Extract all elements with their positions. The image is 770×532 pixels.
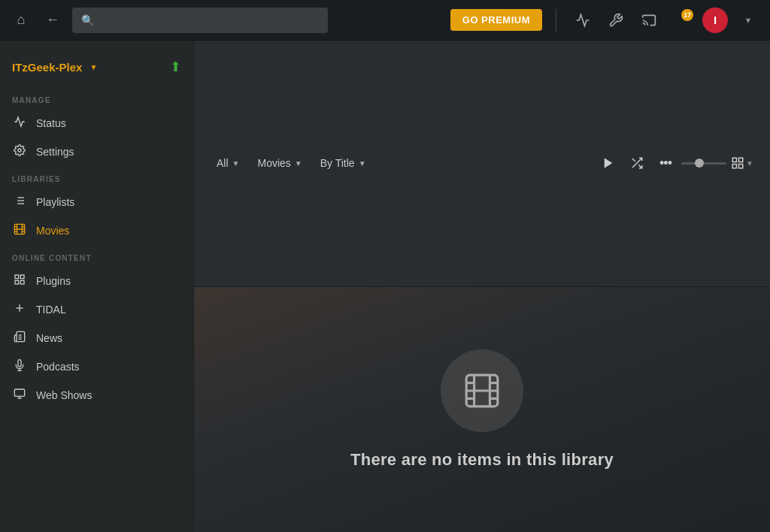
notification-button[interactable]: 17 bbox=[669, 8, 695, 33]
list-icon bbox=[12, 195, 27, 210]
sidebar-item-label: TIDAL bbox=[36, 304, 66, 316]
gear-icon bbox=[12, 144, 27, 159]
search-bar: 🔍 bbox=[72, 8, 328, 33]
all-chevron-icon: ▼ bbox=[232, 159, 240, 168]
main-wrapper: All ▼ Movies ▼ By Title ▼ bbox=[194, 41, 770, 532]
wrench-icon bbox=[608, 13, 623, 28]
toolbar: All ▼ Movies ▼ By Title ▼ bbox=[194, 41, 770, 287]
svg-rect-17 bbox=[20, 275, 24, 279]
movies-chevron-icon: ▼ bbox=[295, 159, 302, 168]
film-icon bbox=[12, 223, 27, 238]
all-filter-label: All bbox=[217, 157, 229, 169]
svg-rect-18 bbox=[20, 280, 24, 284]
slider-track[interactable] bbox=[681, 162, 726, 165]
sidebar-item-label: News bbox=[36, 332, 62, 344]
grid-view-button[interactable]: ▼ bbox=[729, 150, 755, 176]
sidebar-item-status[interactable]: Status bbox=[0, 109, 193, 138]
search-input[interactable] bbox=[100, 14, 319, 26]
online-content-section-label: ONLINE CONTENT bbox=[0, 245, 193, 267]
main-content: There are no items in this library bbox=[194, 287, 770, 533]
manage-section-label: MANAGE bbox=[0, 87, 193, 109]
settings-button[interactable] bbox=[603, 8, 629, 33]
sidebar-item-playlists[interactable]: Playlists bbox=[0, 188, 193, 216]
slider-thumb[interactable] bbox=[695, 159, 704, 168]
search-icon: 🔍 bbox=[81, 14, 94, 26]
svg-rect-19 bbox=[15, 280, 19, 284]
server-chevron-icon: ▼ bbox=[89, 63, 97, 71]
sidebar-item-label: Plugins bbox=[36, 275, 71, 287]
shuffle-icon bbox=[630, 156, 644, 170]
sidebar-item-label: Movies bbox=[36, 225, 69, 237]
grid-view-icon bbox=[731, 156, 744, 170]
play-button[interactable] bbox=[596, 150, 621, 176]
shuffle-button[interactable] bbox=[624, 150, 650, 176]
sidebar-item-webshows[interactable]: Web Shows bbox=[0, 381, 193, 410]
nav-divider bbox=[556, 9, 556, 32]
svg-rect-35 bbox=[739, 159, 743, 162]
go-premium-button[interactable]: GO PREMIUM bbox=[450, 9, 542, 31]
movies-filter-label: Movies bbox=[257, 157, 290, 169]
sidebar-item-podcasts[interactable]: Podcasts bbox=[0, 352, 193, 381]
empty-state-icon bbox=[441, 349, 523, 432]
sidebar-item-tidal[interactable]: TIDAL bbox=[0, 295, 193, 324]
svg-rect-16 bbox=[15, 275, 19, 279]
activity-icon bbox=[575, 13, 590, 28]
sidebar-item-label: Status bbox=[36, 117, 66, 129]
cast-icon bbox=[641, 13, 656, 28]
sidebar: ITzGeek-Plex ▼ ⬆ MANAGE Status Settings … bbox=[0, 41, 194, 532]
libraries-section-label: LIBRARIES bbox=[0, 166, 193, 188]
sidebar-item-label: Podcasts bbox=[36, 361, 80, 373]
sidebar-item-label: Playlists bbox=[36, 196, 74, 208]
more-button[interactable]: ••• bbox=[653, 150, 678, 176]
newspaper-icon bbox=[12, 331, 27, 346]
sidebar-item-news[interactable]: News bbox=[0, 324, 193, 352]
by-title-chevron-icon: ▼ bbox=[359, 159, 366, 168]
cast-button[interactable] bbox=[636, 8, 662, 33]
svg-marker-30 bbox=[605, 159, 613, 169]
avatar-button[interactable]: I bbox=[702, 8, 728, 33]
user-menu-button[interactable]: ▼ bbox=[735, 8, 761, 33]
svg-line-33 bbox=[632, 159, 635, 162]
by-title-sort-label: By Title bbox=[320, 157, 355, 169]
activity-icon bbox=[12, 116, 27, 131]
size-slider bbox=[681, 162, 726, 165]
empty-message: There are no items in this library bbox=[350, 450, 614, 470]
svg-rect-37 bbox=[732, 165, 736, 168]
svg-point-1 bbox=[18, 149, 21, 152]
sidebar-item-label: Web Shows bbox=[36, 389, 92, 401]
home-button[interactable]: ⌂ bbox=[9, 8, 33, 32]
back-button[interactable]: ← bbox=[41, 8, 65, 32]
mic-icon bbox=[12, 359, 27, 374]
film-reel-icon bbox=[463, 372, 501, 410]
tidal-icon bbox=[12, 302, 27, 317]
sidebar-item-settings[interactable]: Settings bbox=[0, 138, 193, 166]
sidebar-item-label: Settings bbox=[36, 146, 74, 158]
play-icon bbox=[602, 156, 615, 170]
movies-filter-dropdown[interactable]: Movies ▼ bbox=[250, 153, 309, 174]
sidebar-item-movies[interactable]: Movies bbox=[0, 216, 193, 245]
monitor-icon bbox=[12, 388, 27, 403]
svg-rect-34 bbox=[732, 159, 736, 162]
by-title-sort-dropdown[interactable]: By Title ▼ bbox=[313, 153, 374, 174]
server-name: ITzGeek-Plex bbox=[12, 61, 82, 74]
sidebar-item-plugins[interactable]: Plugins bbox=[0, 267, 193, 295]
layout: ITzGeek-Plex ▼ ⬆ MANAGE Status Settings … bbox=[0, 41, 770, 532]
server-selector[interactable]: ITzGeek-Plex ▼ ⬆ bbox=[0, 53, 193, 87]
all-filter-dropdown[interactable]: All ▼ bbox=[209, 153, 247, 174]
grid-icon bbox=[12, 274, 27, 289]
svg-rect-27 bbox=[14, 389, 24, 396]
svg-rect-36 bbox=[739, 165, 743, 168]
server-upload-icon: ⬆ bbox=[170, 59, 181, 75]
top-nav: ⌂ ← 🔍 GO PREMIUM 17 I ▼ bbox=[0, 0, 770, 41]
activity-button[interactable] bbox=[570, 8, 596, 33]
